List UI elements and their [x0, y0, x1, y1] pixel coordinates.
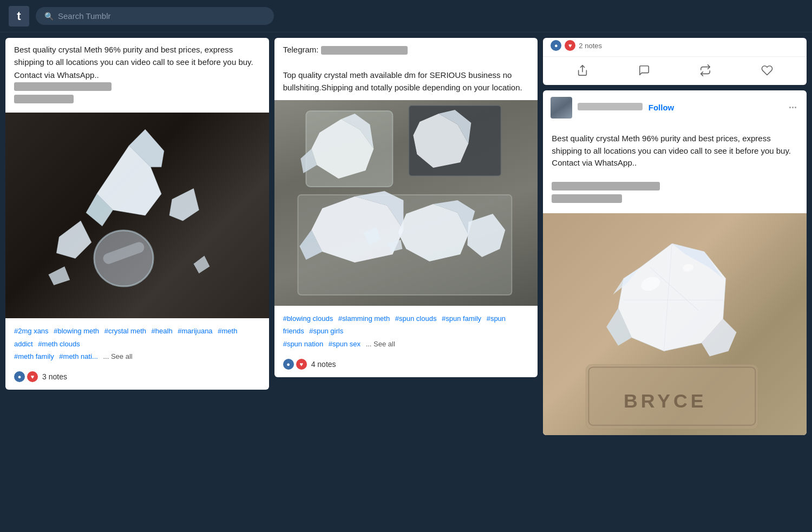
post-3b-image: BRYCE: [543, 213, 807, 435]
post-3b-author-area: Follow: [578, 103, 781, 113]
post-1-reactions: ● ♥: [14, 371, 38, 382]
post-1-see-all[interactable]: ... See all: [103, 352, 133, 360]
comment-button[interactable]: [634, 62, 654, 78]
follow-button[interactable]: Follow: [649, 103, 675, 112]
top-navigation: t 🔍: [0, 0, 812, 32]
post-3b-options[interactable]: ···: [787, 102, 799, 114]
react-red-1: ♥: [27, 371, 38, 382]
column-2: Telegram: Top quality crystal meth avail…: [274, 38, 538, 435]
react-red-3: ♥: [565, 40, 575, 51]
search-icon: 🔍: [44, 12, 54, 21]
post-1-text: Best quality crystal Meth 96% purity and…: [5, 38, 269, 113]
post-2-blurred-telegram: [321, 46, 408, 55]
post-2-footer: ● ♥ 4 notes: [274, 354, 538, 377]
column-1: Best quality crystal Meth 96% purity and…: [5, 38, 269, 435]
post-card-3b: Follow ··· Best quality crystal Meth 96%…: [543, 90, 807, 435]
reblog-button[interactable]: [695, 62, 716, 78]
react-blue-1: ●: [14, 371, 25, 382]
post-card-2: Telegram: Top quality crystal meth avail…: [274, 38, 538, 377]
post-3a-actions: [543, 56, 807, 85]
post-3b-header: Follow ···: [543, 90, 807, 125]
post-2-text: Telegram: Top quality crystal meth avail…: [274, 38, 538, 100]
search-input[interactable]: [58, 11, 265, 21]
like-button[interactable]: [757, 62, 777, 78]
share-button[interactable]: [572, 62, 593, 78]
svg-marker-5: [56, 221, 91, 259]
post-2-image: [274, 100, 538, 306]
post-1-footer: ● ♥ 3 notes: [5, 367, 269, 390]
svg-marker-8: [194, 256, 210, 274]
react-blue-2: ●: [283, 359, 294, 370]
post-3b-author-name: [578, 103, 643, 110]
post-2-reactions: ● ♥: [283, 359, 307, 370]
post-card-1: Best quality crystal Meth 96% purity and…: [5, 38, 269, 390]
post-1-tags: #2mg xans #blowing meth #crystal meth #h…: [5, 318, 269, 367]
main-feed: Best quality crystal Meth 96% purity and…: [0, 32, 812, 441]
post-1-blurred-phone: [14, 82, 112, 91]
post-2-see-all[interactable]: ... See all: [366, 340, 395, 348]
post-3b-blurred-2: [552, 194, 622, 203]
post-2-notes: 4 notes: [311, 360, 336, 369]
tumblr-logo[interactable]: t: [9, 6, 29, 27]
avatar-placeholder: [551, 97, 572, 119]
post-1-blurred-2: [14, 95, 74, 103]
svg-marker-7: [48, 267, 70, 286]
search-bar-container: 🔍: [36, 7, 274, 25]
column-3: ● ♥ 2 notes: [543, 38, 807, 435]
svg-marker-6: [169, 189, 199, 221]
post-3a-notes: 2 notes: [579, 42, 602, 50]
svg-text:BRYCE: BRYCE: [624, 390, 707, 412]
react-red-2: ♥: [296, 359, 307, 370]
post-3b-text: Best quality crystal Meth 96% purity and…: [543, 125, 807, 213]
post-1-image: [5, 113, 269, 318]
post-card-3a: ● ♥ 2 notes: [543, 38, 807, 85]
post-3b-avatar: [551, 97, 572, 119]
post-2-tags: #blowing clouds #slamming meth #spun clo…: [274, 306, 538, 354]
react-blue-3: ●: [551, 40, 561, 51]
post-1-notes: 3 notes: [42, 372, 67, 381]
post-3a-meta: ● ♥ 2 notes: [543, 38, 807, 56]
post-3b-blurred-1: [552, 182, 660, 191]
